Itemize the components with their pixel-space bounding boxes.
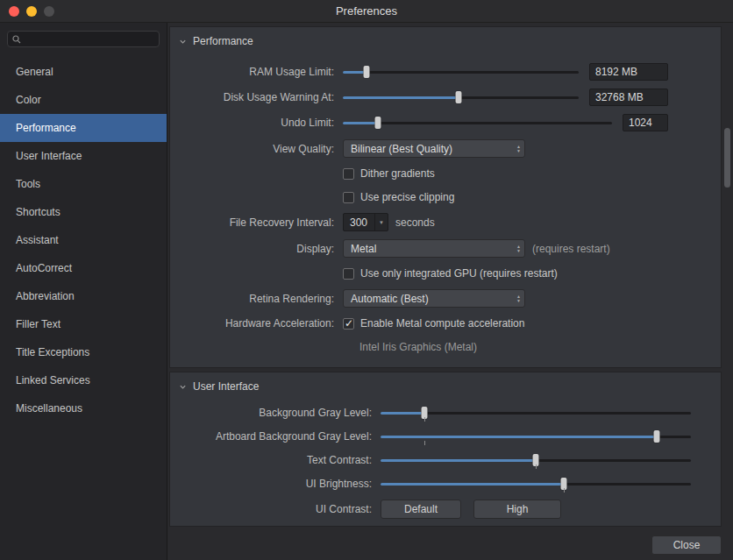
sidebar-item-miscellaneous[interactable]: Miscellaneous <box>0 394 167 422</box>
background-gray-row: Background Gray Level: <box>179 405 701 421</box>
slider-thumb[interactable] <box>455 91 461 103</box>
ui-brightness-slider[interactable] <box>381 477 691 491</box>
gpu-detail-text: Intel Iris Graphics (Metal) <box>359 341 477 353</box>
hardware-acceleration-label: Hardware Acceleration: <box>179 317 343 330</box>
titlebar: Preferences <box>0 0 733 23</box>
view-quality-row: View Quality: Bilinear (Best Quality) ▲▼ <box>179 139 668 158</box>
text-contrast-label: Text Contrast: <box>179 454 381 466</box>
hardware-acceleration-row: Hardware Acceleration: Enable Metal comp… <box>179 315 668 331</box>
precise-clipping-checkbox[interactable] <box>343 192 354 203</box>
stepper-icon: ▲▼ <box>516 245 521 253</box>
user-interface-section: User Interface Background Gray Level: <box>169 372 722 527</box>
search-icon <box>12 35 21 44</box>
ram-usage-label: RAM Usage Limit: <box>179 66 343 78</box>
disk-warning-field[interactable] <box>589 89 668 106</box>
preferences-window: Preferences General Color Performance Us… <box>0 0 733 560</box>
file-recovery-row: File Recovery Interval: 300 ▼ seconds <box>179 213 668 231</box>
ram-usage-field[interactable] <box>589 63 668 81</box>
undo-limit-row: Undo Limit: <box>179 114 668 131</box>
sidebar-item-general[interactable]: General <box>0 58 167 86</box>
hardware-acceleration-checkbox-label: Enable Metal compute acceleration <box>360 317 524 330</box>
dropdown-value: Automatic (Best) <box>351 293 429 305</box>
sidebar-item-autocorrect[interactable]: AutoCorrect <box>0 254 167 282</box>
chevron-down-icon[interactable]: ▼ <box>374 214 388 230</box>
performance-section: Performance RAM Usage Limit: <box>169 26 722 368</box>
sidebar-item-tools[interactable]: Tools <box>0 170 167 198</box>
slider-thumb[interactable] <box>654 430 660 443</box>
section-title: Performance <box>193 35 253 47</box>
undo-limit-field[interactable] <box>623 114 668 131</box>
dropdown-value: Metal <box>351 243 376 255</box>
retina-rendering-dropdown[interactable]: Automatic (Best) ▲▼ <box>343 289 525 308</box>
scrollbar-thumb[interactable] <box>724 128 730 188</box>
display-dropdown[interactable]: Metal ▲▼ <box>343 239 525 258</box>
precise-clipping-row: Use precise clipping <box>179 189 668 205</box>
background-gray-slider[interactable] <box>381 406 691 420</box>
window-title: Preferences <box>0 4 733 18</box>
file-recovery-label: File Recovery Interval: <box>179 216 343 229</box>
precise-clipping-label: Use precise clipping <box>360 191 454 203</box>
artboard-gray-slider[interactable] <box>381 429 691 443</box>
ram-usage-row: RAM Usage Limit: <box>179 63 668 81</box>
sidebar-item-filler-text[interactable]: Filler Text <box>0 310 167 338</box>
undo-limit-label: Undo Limit: <box>179 117 343 129</box>
file-recovery-suffix: seconds <box>395 216 435 229</box>
text-contrast-slider[interactable] <box>381 453 691 467</box>
dither-gradients-row: Dither gradients <box>179 166 668 181</box>
sidebar-item-assistant[interactable]: Assistant <box>0 226 167 254</box>
stepper-icon: ▲▼ <box>516 145 521 153</box>
content-area: Performance RAM Usage Limit: <box>167 23 733 560</box>
ui-brightness-row: UI Brightness: <box>179 476 701 492</box>
sidebar-item-title-exceptions[interactable]: Title Exceptions <box>0 338 167 366</box>
ui-contrast-default-button[interactable]: Default <box>381 500 461 519</box>
gpu-detail-row: Intel Iris Graphics (Metal) <box>179 339 668 355</box>
sidebar: General Color Performance User Interface… <box>0 23 167 560</box>
ui-brightness-label: UI Brightness: <box>179 478 381 490</box>
display-label: Display: <box>179 243 343 255</box>
dither-gradients-label: Dither gradients <box>360 167 435 180</box>
disk-warning-row: Disk Usage Warning At: <box>179 89 668 106</box>
ram-usage-slider[interactable] <box>343 65 579 79</box>
disk-warning-slider[interactable] <box>343 90 579 104</box>
integrated-gpu-checkbox[interactable] <box>343 268 354 280</box>
integrated-gpu-row: Use only integrated GPU (requires restar… <box>179 266 668 281</box>
undo-limit-slider[interactable] <box>343 116 612 130</box>
footer: Close <box>169 530 722 560</box>
display-row: Display: Metal ▲▼ (requires restart) <box>179 239 668 258</box>
display-note: (requires restart) <box>532 243 610 255</box>
section-title: User Interface <box>193 380 259 393</box>
performance-section-header[interactable]: Performance <box>170 27 721 51</box>
user-interface-section-header[interactable]: User Interface <box>170 372 721 396</box>
sidebar-item-shortcuts[interactable]: Shortcuts <box>0 198 167 226</box>
disk-warning-label: Disk Usage Warning At: <box>179 91 343 103</box>
ui-contrast-label: UI Contrast: <box>179 503 381 515</box>
view-quality-dropdown[interactable]: Bilinear (Best Quality) ▲▼ <box>343 139 525 158</box>
file-recovery-combo[interactable]: 300 ▼ <box>343 213 388 231</box>
slider-thumb[interactable] <box>374 117 381 129</box>
close-button[interactable]: Close <box>651 535 722 555</box>
retina-rendering-row: Retina Rendering: Automatic (Best) ▲▼ <box>179 289 668 308</box>
scrollbar[interactable] <box>724 128 731 549</box>
slider-thumb[interactable] <box>363 66 369 78</box>
sidebar-item-color[interactable]: Color <box>0 86 167 114</box>
sidebar-item-linked-services[interactable]: Linked Services <box>0 366 167 394</box>
integrated-gpu-label: Use only integrated GPU (requires restar… <box>360 267 558 280</box>
text-contrast-row: Text Contrast: <box>179 452 701 468</box>
stepper-icon: ▲▼ <box>516 294 521 303</box>
artboard-gray-label: Artboard Background Gray Level: <box>179 430 381 443</box>
combo-value: 300 <box>344 216 374 229</box>
view-quality-label: View Quality: <box>179 143 343 155</box>
dropdown-value: Bilinear (Best Quality) <box>351 143 452 155</box>
chevron-down-icon <box>179 38 187 46</box>
dither-gradients-checkbox[interactable] <box>343 168 354 180</box>
sidebar-item-performance[interactable]: Performance <box>0 114 167 142</box>
hardware-acceleration-checkbox[interactable] <box>343 318 354 330</box>
sidebar-item-user-interface[interactable]: User Interface <box>0 142 167 170</box>
sidebar-item-abbreviation[interactable]: Abbreviation <box>0 282 167 310</box>
ui-contrast-row: UI Contrast: Default High <box>179 500 701 519</box>
retina-rendering-label: Retina Rendering: <box>179 293 343 305</box>
search-box[interactable] <box>7 31 160 47</box>
background-gray-label: Background Gray Level: <box>179 407 381 419</box>
ui-contrast-high-button[interactable]: High <box>473 500 561 519</box>
search-input[interactable] <box>25 33 154 46</box>
